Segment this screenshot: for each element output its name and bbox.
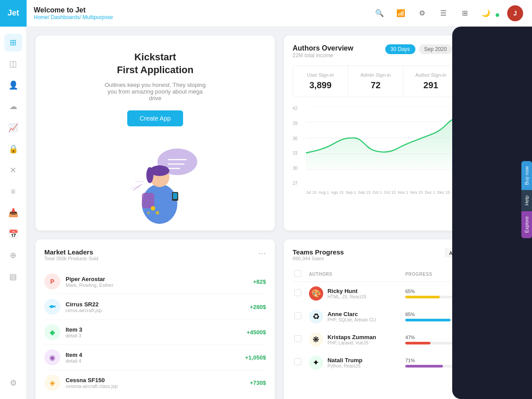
list-item: P Piper Aerostar Mark, Rowling, Esther +… bbox=[44, 269, 266, 294]
period-tab-30days[interactable]: 30 Days bbox=[385, 44, 415, 54]
authors-subtitle: 22M total income bbox=[293, 52, 353, 59]
author-skills: Python, ReactJS bbox=[328, 364, 363, 368]
avatar[interactable]: J bbox=[507, 5, 523, 21]
sidebar-item-grid[interactable]: ⊞ bbox=[4, 34, 22, 51]
search-icon[interactable]: 🔍 bbox=[372, 6, 387, 20]
progress-wrap: 65% bbox=[405, 289, 458, 298]
stat-value-admin: 72 bbox=[356, 80, 396, 90]
progress-label: 71% bbox=[405, 358, 458, 363]
bar-chart-icon[interactable]: 📶 bbox=[394, 6, 408, 20]
market-icon-item4: ◉ bbox=[44, 349, 60, 365]
sidebar-item-lock[interactable]: 🔒 bbox=[4, 140, 22, 158]
svg-point-14 bbox=[156, 211, 159, 215]
stat-value-author: 291 bbox=[411, 80, 451, 90]
kickstart-description: Outlines keep you honest. They stoping y… bbox=[102, 82, 208, 102]
progress-fill bbox=[405, 365, 443, 368]
sidebar-item-layers[interactable]: ◫ bbox=[4, 55, 22, 73]
sidebar-item-chart[interactable]: 📈 bbox=[4, 119, 22, 137]
row-checkbox[interactable] bbox=[294, 289, 301, 296]
market-value: +1,050$ bbox=[245, 354, 266, 361]
row-check bbox=[293, 282, 307, 305]
progress-fill bbox=[405, 342, 430, 344]
market-leaders-card: Market Leaders Total 350k Products Sold … bbox=[35, 239, 275, 399]
svg-line-17 bbox=[131, 186, 140, 188]
page-title: Welcome to Jet bbox=[34, 6, 113, 14]
stat-label-admin: Admin Sign-in bbox=[356, 72, 396, 78]
menu-icon[interactable]: ☰ bbox=[436, 6, 450, 20]
progress-bar bbox=[405, 365, 458, 368]
create-app-button[interactable]: Create App bbox=[127, 110, 183, 126]
author-name: Ricky Hunt bbox=[328, 288, 367, 294]
stat-label-user: User Sign-in bbox=[300, 72, 341, 78]
sidebar-item-gear[interactable]: ⚙ bbox=[4, 374, 22, 392]
row-author: ♻ Anne Clarc PHP, SQLite, Artisan CLI bbox=[307, 305, 403, 328]
author-skills: HTML, JS, ReactJS bbox=[328, 294, 367, 299]
market-info-item4: Item 4 detail 4 bbox=[66, 352, 245, 364]
header-checkbox[interactable] bbox=[294, 270, 301, 277]
illustration bbox=[115, 135, 195, 215]
market-subtitle: Total 350k Products Sold bbox=[44, 256, 98, 261]
sidebar-item-list[interactable]: ≡ bbox=[4, 183, 22, 200]
market-info-piper: Piper Aerostar Mark, Rowling, Esther bbox=[66, 276, 253, 288]
explore-button[interactable]: Explore bbox=[521, 211, 532, 238]
header-titles: Welcome to Jet Home/ Dashboards/ Multipu… bbox=[27, 6, 113, 20]
dark-mode-icon[interactable]: 🌙 bbox=[479, 6, 493, 20]
row-checkbox[interactable] bbox=[294, 358, 301, 365]
header-left: Jet Welcome to Jet Home/ Dashboards/ Mul… bbox=[0, 0, 113, 27]
progress-bar bbox=[405, 342, 458, 344]
teams-title: Teams Progress bbox=[293, 248, 344, 256]
buy-now-button[interactable]: Buy now bbox=[521, 161, 532, 190]
row-checkbox[interactable] bbox=[294, 335, 301, 342]
grid-view-icon[interactable]: ⊞ bbox=[458, 6, 472, 20]
author-details: Kristaps Zumman PHP, Laravel, VueJS bbox=[328, 334, 376, 345]
row-checkbox[interactable] bbox=[294, 312, 301, 319]
sidebar-item-user[interactable]: 👤 bbox=[4, 76, 22, 94]
row-check bbox=[293, 351, 307, 374]
market-value: +4500$ bbox=[246, 329, 266, 336]
market-name: Item 3 bbox=[66, 326, 246, 333]
author-details: Natali Trump Python, ReactJS bbox=[328, 357, 363, 368]
svg-point-13 bbox=[151, 206, 155, 211]
author-info: ❋ Kristaps Zumman PHP, Laravel, VueJS bbox=[309, 332, 402, 347]
market-icon-cirrus bbox=[44, 299, 60, 315]
teams-subtitle: 890,344 Sales bbox=[293, 256, 344, 261]
author-info: ♻ Anne Clarc PHP, SQLite, Artisan CLI bbox=[309, 309, 402, 324]
left-bottom-col: Market Leaders Total 350k Products Sold … bbox=[35, 239, 275, 399]
bottom-grid: Market Leaders Total 350k Products Sold … bbox=[35, 239, 523, 399]
market-value: +82$ bbox=[253, 278, 266, 285]
online-dot bbox=[496, 13, 499, 17]
sidebar-item-inbox[interactable]: 📥 bbox=[4, 204, 22, 222]
sidebar-item-close[interactable]: ✕ bbox=[4, 161, 22, 179]
kickstart-title: KickstartFirst Application bbox=[117, 51, 194, 76]
progress-wrap: 47% bbox=[405, 335, 458, 344]
author-name: Anne Clarc bbox=[328, 311, 376, 317]
sidebar-item-calendar[interactable]: 📅 bbox=[4, 225, 22, 243]
stat-author-signin: Author Sign-in 291 bbox=[403, 66, 459, 97]
market-more-icon[interactable]: ⋯ bbox=[258, 248, 266, 258]
help-button[interactable]: Help bbox=[521, 190, 532, 211]
sidebar-item-components[interactable]: ⊕ bbox=[4, 246, 22, 264]
author-avatar: ❋ bbox=[309, 332, 323, 347]
market-info-cessna: Cessna SF150 cessna-aircraft.class.jsp bbox=[66, 377, 250, 389]
right-panel bbox=[452, 27, 532, 399]
row-author: ✦ Natali Trump Python, ReactJS bbox=[307, 351, 403, 374]
logo[interactable]: Jet bbox=[0, 0, 27, 27]
col-authors: AUTHORS bbox=[307, 266, 403, 282]
settings-icon[interactable]: ⚙ bbox=[415, 6, 429, 20]
row-author: 🎨 Ricky Hunt HTML, JS, ReactJS bbox=[307, 282, 403, 305]
side-actions: Buy now Help Explore bbox=[521, 161, 532, 238]
sidebar-bottom: ⚙ bbox=[4, 374, 22, 399]
market-detail: cessna-aircraft.class.jsp bbox=[66, 383, 250, 389]
market-icon-item3: ◆ bbox=[44, 324, 60, 340]
teams-title-area: Teams Progress 890,344 Sales bbox=[293, 248, 344, 261]
stat-user-signin: User Sign-in 3,899 bbox=[293, 66, 348, 97]
author-details: Anne Clarc PHP, SQLite, Artisan CLI bbox=[328, 311, 376, 322]
chart-y-labels: 42 39 36 33 30 27 bbox=[293, 106, 303, 186]
period-tab-sep[interactable]: Sep 2020 bbox=[419, 44, 452, 54]
progress-label: 47% bbox=[405, 335, 458, 340]
sidebar-item-cloud[interactable]: ☁ bbox=[4, 98, 22, 115]
market-info-cirrus: Cirrus SR22 cirrus-aircraft.jsp bbox=[66, 301, 250, 313]
progress-fill bbox=[405, 296, 440, 298]
sidebar-item-template[interactable]: ▤ bbox=[4, 268, 22, 286]
authors-title-area: Authors Overview 22M total income bbox=[293, 44, 353, 59]
